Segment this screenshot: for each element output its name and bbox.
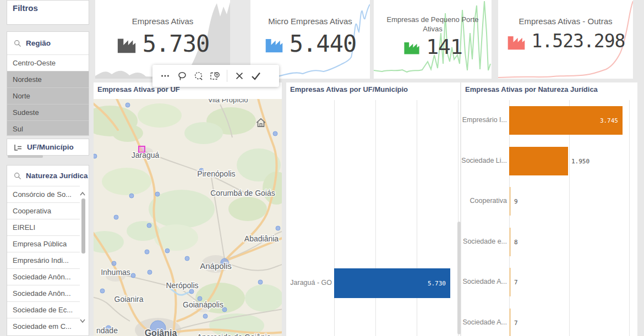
town-label: ndade [96,326,118,335]
bar-value-label: 8 [514,239,518,246]
map-panel: Empresas Ativas por UF [94,82,282,336]
town-label: Goianira [114,295,144,304]
uf-chart-scrollbar-thumb[interactable] [457,222,461,334]
confirm-icon[interactable] [248,68,264,84]
bar-value-label: 7 [514,279,518,286]
city-marker[interactable] [165,249,170,253]
gridline [629,100,630,336]
clear-selection-icon[interactable] [206,68,223,84]
kpi-value: 5.730 [143,30,209,57]
kpi-value: 5.440 [290,30,356,57]
gridline [375,100,376,336]
gridline [334,100,335,336]
city-marker[interactable] [129,194,134,198]
uf-chart-plot: 5.730Jaraguá - GO [286,82,460,336]
bar-value-label: 1.950 [571,158,590,165]
filter-item-natureza[interactable]: Consórcio de So... [7,186,80,202]
filter-item-natureza[interactable]: Sociedade Anôn... [7,285,80,301]
category-label: Cooperativa [461,197,507,205]
city-marker[interactable] [258,280,263,284]
city-marker[interactable] [273,131,277,136]
category-label: Sociedade Li... [461,157,507,164]
town-label: Jaraguá [132,151,160,159]
city-marker[interactable] [147,223,151,228]
bar-value-label: 5.730 [334,280,446,287]
filter-item-natureza[interactable]: Cooperativa [7,202,80,219]
category-label: Sociedade e... [461,238,507,245]
bar-Sociedade A...[interactable] [509,309,511,336]
town-label: Anápolis [200,261,232,271]
filter-item-regiao[interactable]: Centro-Oeste [7,54,89,71]
cancel-icon[interactable] [231,68,248,84]
bar-Sociedade Li...[interactable] [509,147,568,175]
uf-filter-title: UF/Município [27,143,74,151]
town-label: Pirenópolis [197,169,235,178]
town-label: Aparecida de Goiânia [197,333,271,336]
city-marker[interactable] [94,154,97,158]
natureza-filter-header[interactable]: Natureza Jurídica [7,166,89,186]
city-marker[interactable] [145,250,149,254]
kpi-title: Empresas de Pequeno Porte Ativas [374,15,492,34]
uf-filter-card[interactable]: UF/Município [7,139,89,156]
regiao-filter-title: Região [26,39,51,47]
town-label: Goianápolis [183,300,223,309]
town-label: Abadiânia [244,234,279,243]
bar-Sociedade A...[interactable] [509,268,511,296]
filter-item-natureza[interactable]: EIRELI [7,219,80,235]
natureza-list: Consórcio de So...CooperativaEIRELIEmpre… [7,186,80,334]
city-marker[interactable] [100,289,105,293]
filter-item-natureza[interactable]: Empresa Pública [7,235,80,252]
factory-icon [506,31,526,51]
regiao-filter-card: Região Centro-OesteNordesteNorteSudesteS… [7,31,89,136]
home-icon[interactable] [255,117,267,129]
regiao-filter-header[interactable]: Região [7,32,89,54]
bar-Cooperativa[interactable] [509,187,511,216]
selection-toolbar [152,65,279,87]
filter-item-natureza[interactable]: Sociedade de Ec... [7,301,80,318]
lasso-icon[interactable] [173,68,190,84]
town-label: Vila Propício [208,99,248,104]
filter-item-regiao[interactable]: Norte [7,87,89,104]
chevron-down-icon[interactable] [79,318,86,324]
gridline [569,100,570,336]
city-marker[interactable] [189,289,194,294]
uf-chart-panel: Empresas Ativas por UF/Município 5.730Ja… [286,82,460,336]
natureza-chart-title: Empresas Ativas por Natureza Jurídica [465,85,598,93]
filter-item-regiao[interactable]: Nordeste [7,71,89,87]
selections-icon [14,144,23,151]
search-icon [14,172,21,180]
gridline [509,100,510,336]
bar-Sociedade e...[interactable] [509,228,511,256]
city-marker[interactable] [125,103,130,107]
category-label: Sociedade A... [461,318,507,326]
toolbar-divider [227,70,227,82]
uf-chart-title: Empresas Ativas por UF/Município [290,85,408,93]
city-marker[interactable] [148,270,152,274]
circle-select-icon[interactable] [190,68,206,84]
town-label: Corumbá de Goiás [210,189,275,197]
sidebar-hscrollbar[interactable] [8,155,43,158]
city-marker[interactable] [114,215,118,219]
filter-item-regiao[interactable]: Sul [7,120,89,136]
filter-item-regiao[interactable]: Sudeste [7,104,89,120]
city-marker[interactable] [185,256,189,261]
city-marker[interactable] [203,314,208,318]
factory-icon [264,34,284,54]
search-icon [14,40,21,47]
city-marker[interactable] [131,273,135,278]
filter-item-natureza[interactable]: Sociedade em C... [7,318,80,334]
filter-item-natureza[interactable]: Empresário Indi... [7,252,80,268]
chevron-up-icon[interactable] [79,191,86,196]
natureza-scrollbar-thumb[interactable] [81,199,85,254]
kpi-pequeno-porte: Empresas de Pequeno Porte Ativas 141 [374,0,492,79]
map-canvas[interactable]: Vila PropícioJaraguáPirenópolisCorumbá d… [94,99,282,336]
filters-title: Filtros [7,1,89,13]
more-icon[interactable] [157,68,173,84]
city-marker[interactable] [276,226,280,230]
factory-icon [116,34,137,54]
town-label: Goiânia [145,328,177,336]
city-marker[interactable] [112,261,116,266]
city-marker[interactable] [155,192,160,196]
category-label: Sociedade A... [461,278,507,285]
filter-item-natureza[interactable]: Sociedade Anôn... [7,268,80,285]
